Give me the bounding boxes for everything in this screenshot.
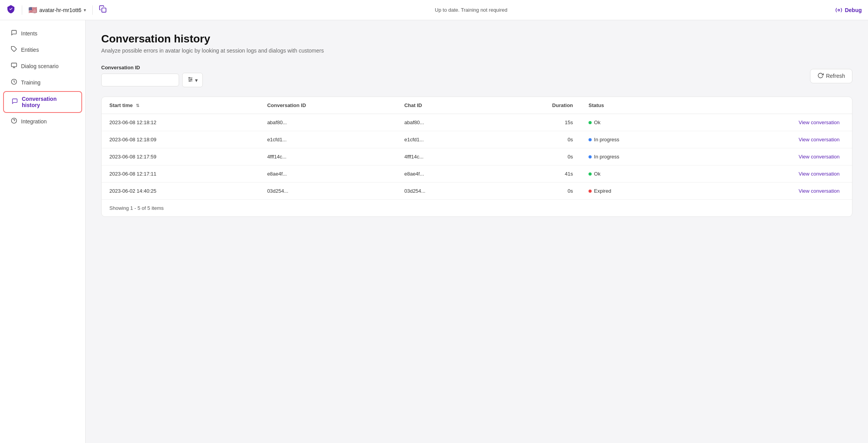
- integration-icon: [11, 118, 17, 125]
- table-row: 2023-06-08 12:17:11 e8ae4f... e8ae4f... …: [102, 165, 852, 183]
- sidebar-item-dialog-label: Dialog scenario: [21, 63, 59, 69]
- conversation-history-icon: [12, 98, 18, 106]
- training-icon: [11, 79, 17, 86]
- cell-status: In progress: [581, 131, 698, 148]
- cell-duration: 0s: [489, 183, 581, 200]
- debug-label: Debug: [845, 7, 862, 13]
- app-layout: Intents Entities Dialog scenario Trainin…: [0, 20, 868, 443]
- entities-icon: [11, 46, 17, 54]
- cell-action: View conversation: [698, 131, 852, 148]
- cell-duration: 41s: [489, 165, 581, 183]
- view-conversation-link[interactable]: View conversation: [799, 120, 840, 125]
- svg-point-12: [189, 77, 190, 79]
- table-footer: Showing 1 - 5 of 5 items: [102, 199, 852, 216]
- table-row: 2023-06-08 12:17:59 4fff14c... 4fff14c..…: [102, 148, 852, 165]
- svg-point-1: [838, 9, 840, 11]
- refresh-icon: [817, 72, 824, 80]
- col-status: Status: [581, 97, 698, 114]
- chevron-down-icon: ▾: [84, 7, 86, 13]
- filter-label: Conversation ID: [101, 65, 201, 70]
- svg-rect-3: [11, 63, 16, 67]
- status-dot: [589, 190, 592, 193]
- cell-action: View conversation: [698, 183, 852, 200]
- col-action: [698, 97, 852, 114]
- sidebar-item-entities-label: Entities: [21, 47, 39, 53]
- cell-duration: 0s: [489, 148, 581, 165]
- svg-point-14: [189, 81, 190, 82]
- status-dot: [589, 155, 592, 158]
- status-text: Ok: [594, 120, 601, 125]
- svg-rect-0: [102, 8, 106, 12]
- status-text: Ok: [594, 171, 601, 177]
- view-conversation-link[interactable]: View conversation: [799, 188, 840, 194]
- cell-conversation-id: e1cfd1...: [259, 131, 396, 148]
- status-dot: [589, 138, 592, 141]
- dialog-scenario-icon: [11, 62, 17, 70]
- cell-start-time: 2023-06-08 12:18:12: [102, 114, 259, 131]
- status-text: Expired: [594, 188, 611, 194]
- bot-selector[interactable]: 🇺🇸 avatar-hr-mr1ott6 ▾: [28, 6, 86, 14]
- status-text: In progress: [594, 137, 619, 142]
- table-body: 2023-06-08 12:18:12 abaf80... abaf80... …: [102, 114, 852, 200]
- status-dot: [589, 121, 592, 124]
- sidebar-item-entities[interactable]: Entities: [3, 42, 82, 58]
- sidebar-item-training[interactable]: Training: [3, 75, 82, 90]
- cell-action: View conversation: [698, 148, 852, 165]
- filter-bar: Conversation ID: [101, 65, 852, 87]
- cell-status: Expired: [581, 183, 698, 200]
- cell-conversation-id: e8ae4f...: [259, 165, 396, 183]
- sidebar-item-conversation-history[interactable]: Conversation history: [3, 91, 82, 113]
- table: Start time ⇅ Conversation ID Chat ID Dur…: [102, 97, 852, 199]
- topbar-divider: [22, 5, 22, 15]
- cell-start-time: 2023-06-08 12:17:11: [102, 165, 259, 183]
- page-title: Conversation history: [101, 33, 852, 45]
- cell-chat-id: e1cfd1...: [397, 131, 489, 148]
- brand-logo-icon: [6, 4, 16, 16]
- sidebar-item-integration-label: Integration: [21, 118, 47, 125]
- sidebar: Intents Entities Dialog scenario Trainin…: [0, 20, 86, 443]
- debug-button[interactable]: Debug: [835, 7, 862, 14]
- cell-start-time: 2023-06-08 12:18:09: [102, 131, 259, 148]
- page-subtitle: Analyze possible errors in avatar logic …: [101, 47, 852, 54]
- cell-duration: 15s: [489, 114, 581, 131]
- sidebar-item-conversation-history-label: Conversation history: [22, 96, 74, 108]
- view-conversation-link[interactable]: View conversation: [799, 171, 840, 177]
- cell-conversation-id: abaf80...: [259, 114, 396, 131]
- cell-chat-id: e8ae4f...: [397, 165, 489, 183]
- view-conversation-link[interactable]: View conversation: [799, 154, 840, 160]
- col-duration: Duration: [489, 97, 581, 114]
- topbar: 🇺🇸 avatar-hr-mr1ott6 ▾ Up to date. Train…: [0, 0, 868, 20]
- table-footer-text: Showing 1 - 5 of 5 items: [109, 205, 163, 211]
- sidebar-item-intents[interactable]: Intents: [3, 26, 82, 41]
- conversation-id-input[interactable]: [101, 74, 179, 86]
- filter-section: Conversation ID: [101, 65, 203, 87]
- cell-chat-id: abaf80...: [397, 114, 489, 131]
- cell-conversation-id: 03d254...: [259, 183, 396, 200]
- cell-action: View conversation: [698, 114, 852, 131]
- cell-chat-id: 03d254...: [397, 183, 489, 200]
- table-row: 2023-06-08 12:18:09 e1cfd1... e1cfd1... …: [102, 131, 852, 148]
- sidebar-item-integration[interactable]: Integration: [3, 114, 82, 129]
- status-dot: [589, 172, 592, 176]
- copy-icon[interactable]: [99, 5, 107, 15]
- table-header: Start time ⇅ Conversation ID Chat ID Dur…: [102, 97, 852, 114]
- cell-duration: 0s: [489, 131, 581, 148]
- sort-icon: ⇅: [136, 103, 139, 108]
- col-chat-id: Chat ID: [397, 97, 489, 114]
- cell-action: View conversation: [698, 165, 852, 183]
- sidebar-item-dialog-scenario[interactable]: Dialog scenario: [3, 58, 82, 74]
- filter-dropdown-icon: ▾: [195, 77, 198, 83]
- conversation-table: Start time ⇅ Conversation ID Chat ID Dur…: [101, 97, 852, 217]
- bot-name: avatar-hr-mr1ott6: [39, 7, 81, 13]
- flag-icon: 🇺🇸: [28, 6, 37, 14]
- view-conversation-link[interactable]: View conversation: [799, 137, 840, 142]
- refresh-label: Refresh: [826, 73, 845, 79]
- cell-status: In progress: [581, 148, 698, 165]
- intents-icon: [11, 30, 17, 37]
- refresh-button[interactable]: Refresh: [810, 69, 852, 83]
- filter-options-button[interactable]: ▾: [182, 73, 203, 87]
- col-start-time[interactable]: Start time ⇅: [102, 97, 259, 114]
- cell-start-time: 2023-06-02 14:40:25: [102, 183, 259, 200]
- training-status: Up to date. Training not required: [111, 7, 831, 13]
- status-text: In progress: [594, 154, 619, 160]
